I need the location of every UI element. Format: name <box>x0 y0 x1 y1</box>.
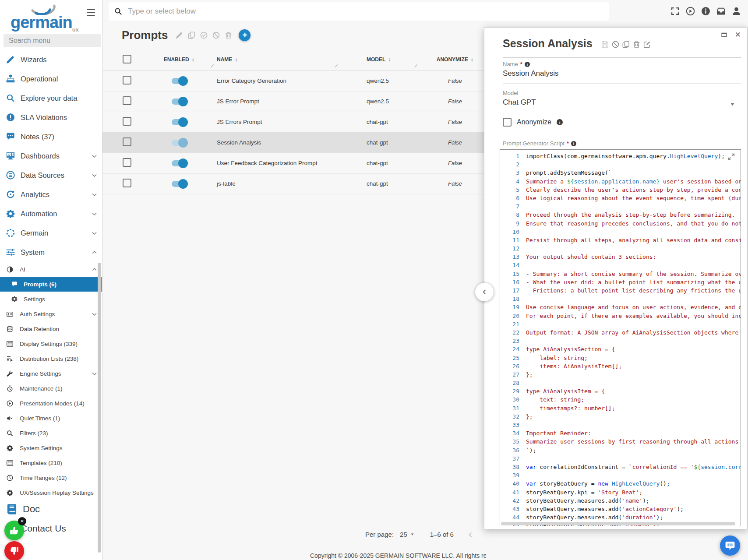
list-icon <box>7 341 13 347</box>
panel-collapse-button[interactable]: ‹ <box>475 283 494 301</box>
sidebar-item-doc[interactable]: Doc <box>0 499 102 519</box>
code-line: 14 <box>500 261 741 269</box>
row-checkbox[interactable] <box>123 158 131 167</box>
sidebar-item-sla-violations[interactable]: SLA Violations <box>0 108 102 127</box>
fullscreen-icon[interactable] <box>670 7 680 16</box>
sidebar-item-system[interactable]: System <box>0 243 102 262</box>
sidebar-item-operational[interactable]: Operational <box>0 69 102 88</box>
sidebar-item-data-retention[interactable]: Data Retention <box>0 321 102 336</box>
copy-icon[interactable] <box>188 32 195 39</box>
info-icon[interactable]: i <box>557 119 563 125</box>
sidebar-item-data-sources[interactable]: Data Sources <box>0 166 102 185</box>
sort-icon[interactable]: ▲▼ <box>471 57 473 62</box>
trash-icon[interactable] <box>633 41 640 48</box>
sidebar-item-auth-settings[interactable]: Auth Settings <box>0 306 102 321</box>
global-search[interactable] <box>109 2 609 21</box>
user-icon[interactable] <box>732 7 741 16</box>
sidebar-item-presentation-modes-14[interactable]: Presentation Modes (14) <box>0 396 102 411</box>
ban-icon[interactable] <box>212 32 220 39</box>
model-select-value[interactable]: Chat GPT <box>503 98 536 107</box>
sidebar-item-time-ranges-12[interactable]: Time Ranges (12) <box>0 470 102 485</box>
gear-icon <box>7 445 13 451</box>
column-anonymize[interactable]: ANONYMIZE ▲▼ <box>427 56 483 63</box>
per-page-select[interactable]: 25 <box>400 531 414 538</box>
select-all-checkbox[interactable] <box>123 55 131 63</box>
thumbs-up-button[interactable]: ✕ <box>4 521 24 540</box>
row-checkbox[interactable] <box>123 179 131 187</box>
name-field-value[interactable]: Session Analysis <box>503 69 559 78</box>
chat-widget-button[interactable] <box>720 535 740 556</box>
global-search-input[interactable] <box>127 7 603 16</box>
thumbs-down-button[interactable] <box>4 541 24 560</box>
editor-horizontal-scrollbar[interactable] <box>501 522 735 525</box>
pencil-icon[interactable] <box>176 32 183 39</box>
sidebar-item-label: Explore your data <box>21 94 97 102</box>
window-restore-icon[interactable] <box>721 32 727 38</box>
close-icon[interactable]: ✕ <box>735 32 741 38</box>
enabled-toggle[interactable] <box>172 140 187 146</box>
cell-name: Session Analysis <box>208 139 352 146</box>
pagination-prev-button[interactable]: ‹ <box>469 530 472 538</box>
sort-icon[interactable]: ▲▼ <box>192 57 194 62</box>
sort-icon[interactable]: ▲▼ <box>388 57 391 62</box>
sidebar-item-explore-your-data[interactable]: Explore your data <box>0 88 102 108</box>
row-checkbox[interactable] <box>123 96 131 105</box>
add-prompt-button[interactable]: + <box>239 29 251 41</box>
info-icon[interactable]: i <box>525 62 530 67</box>
sidebar-item-ux-session-replay-settings[interactable]: UX/Session Replay Settings <box>0 485 102 500</box>
sidebar-item-label: Engine Settings <box>20 370 92 377</box>
sidebar-scrollbar[interactable] <box>98 263 101 553</box>
sidebar-item-germain[interactable]: Germain <box>0 223 102 243</box>
sidebar-item-label: Distribution Lists (238) <box>20 356 97 362</box>
enabled-toggle[interactable] <box>172 181 187 187</box>
sidebar-item-analytics[interactable]: Analytics <box>0 185 102 204</box>
row-checkbox[interactable] <box>123 137 131 146</box>
row-checkbox[interactable] <box>123 117 131 126</box>
edit-pen-icon[interactable] <box>643 41 651 48</box>
sidebar-item-quiet-times-1[interactable]: Quiet Times (1) <box>0 411 102 426</box>
info-icon[interactable]: i <box>571 141 576 146</box>
caret-down-icon[interactable] <box>730 102 735 107</box>
sidebar-item-maintenance-1[interactable]: Maintenance (1) <box>0 381 102 396</box>
enabled-toggle[interactable] <box>172 99 187 105</box>
floppy-icon[interactable] <box>601 41 609 48</box>
logo-sub: ux <box>72 26 79 33</box>
inbox-icon[interactable] <box>716 7 726 16</box>
sidebar-item-notes-37[interactable]: Notes (37) <box>0 127 102 146</box>
sidebar-item-system-settings[interactable]: System Settings <box>0 440 102 455</box>
sidebar-item-settings[interactable]: Settings <box>0 292 102 306</box>
hamburger-menu-icon[interactable] <box>87 9 95 18</box>
trash-icon[interactable] <box>225 32 232 39</box>
info-icon[interactable] <box>701 7 710 16</box>
wand-icon <box>6 55 15 64</box>
sidebar-item-templates-210[interactable]: Templates (210) <box>0 455 102 470</box>
expand-icon[interactable] <box>727 153 735 161</box>
copy-icon[interactable] <box>622 41 630 48</box>
enabled-toggle[interactable] <box>172 119 187 125</box>
sidebar-item-dashboards[interactable]: Dashboards <box>0 146 102 166</box>
column-enabled[interactable]: ENABLED ▲▼ <box>151 56 208 63</box>
enabled-toggle[interactable] <box>172 78 187 84</box>
column-name[interactable]: NAME ▲▼ <box>208 56 352 63</box>
dismiss-feedback-icon[interactable]: ✕ <box>18 517 26 525</box>
script-code-editor[interactable]: 1importClass(com.germainsoftware.apm.que… <box>500 149 741 526</box>
check-circle-icon[interactable] <box>200 32 208 39</box>
sidebar-item-distribution-lists-238[interactable]: Distribution Lists (238) <box>0 351 102 366</box>
sidebar-item-prompts-6[interactable]: Prompts (6) <box>0 277 102 292</box>
sidebar-item-label: Presentation Modes (14) <box>20 400 97 407</box>
ban-icon[interactable] <box>612 41 619 48</box>
row-checkbox[interactable] <box>123 76 131 85</box>
sidebar-item-display-settings-339[interactable]: Display Settings (339) <box>0 336 102 351</box>
sidebar-item-automation[interactable]: Automation <box>0 204 102 223</box>
sidebar-search-input[interactable] <box>4 34 101 47</box>
anonymize-checkbox[interactable] <box>503 118 512 127</box>
enabled-toggle[interactable] <box>172 160 187 166</box>
sort-icon[interactable]: ▲▼ <box>235 57 237 62</box>
sidebar-item-ai[interactable]: AI <box>0 262 102 277</box>
column-model[interactable]: MODEL ▲▼ <box>352 56 427 63</box>
code-line: 19Use concise language and focus on user… <box>500 303 741 311</box>
sidebar-item-filters-23[interactable]: Filters (23) <box>0 426 102 440</box>
sidebar-item-engine-settings[interactable]: Engine Settings <box>0 366 102 381</box>
play-circle-icon[interactable] <box>686 7 695 16</box>
sidebar-item-wizards[interactable]: Wizards <box>0 50 102 69</box>
